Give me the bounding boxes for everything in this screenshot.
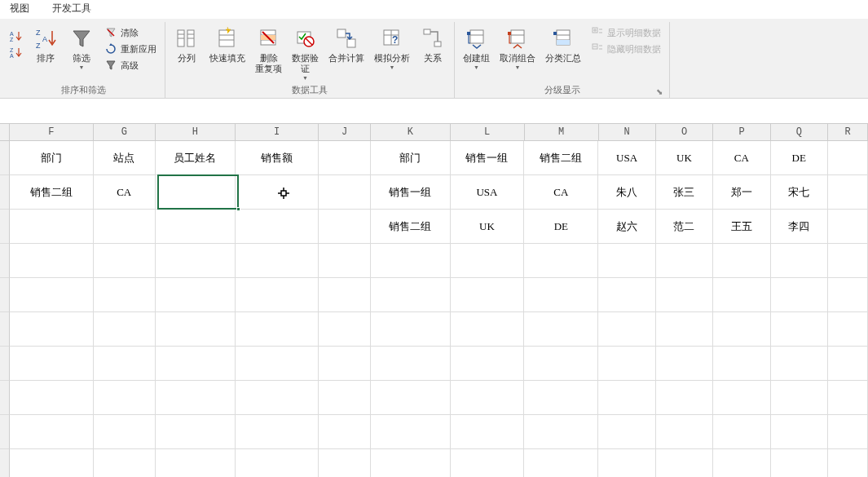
- cell[interactable]: [319, 449, 371, 477]
- clear-filter-button[interactable]: 清除: [101, 25, 160, 40]
- col-header[interactable]: R: [828, 124, 868, 140]
- cell[interactable]: [524, 312, 598, 347]
- cell[interactable]: [10, 449, 94, 477]
- cell[interactable]: [10, 347, 94, 381]
- cell[interactable]: [156, 381, 236, 415]
- cell[interactable]: [598, 381, 655, 415]
- cell[interactable]: [656, 244, 713, 278]
- cell[interactable]: [156, 347, 236, 381]
- cell[interactable]: [828, 449, 868, 477]
- cell[interactable]: [451, 312, 525, 347]
- text-to-columns-button[interactable]: 分列: [170, 24, 203, 65]
- cell[interactable]: [828, 175, 868, 210]
- cell[interactable]: [10, 415, 94, 449]
- cell[interactable]: [371, 244, 451, 278]
- cell[interactable]: [156, 210, 236, 244]
- col-header[interactable]: M: [525, 124, 599, 140]
- cell[interactable]: DE: [524, 210, 598, 244]
- what-if-button[interactable]: ? 模拟分析 ▼: [371, 24, 413, 72]
- col-header[interactable]: P: [713, 124, 770, 140]
- cell[interactable]: 王五: [713, 210, 770, 244]
- cell[interactable]: [156, 244, 236, 278]
- flash-fill-button[interactable]: 快速填充: [206, 24, 249, 65]
- cell[interactable]: [371, 449, 451, 477]
- cell[interactable]: 销售二组: [10, 175, 94, 210]
- cell[interactable]: [236, 449, 319, 477]
- cell[interactable]: [656, 347, 713, 381]
- cell[interactable]: [371, 347, 451, 381]
- cell[interactable]: [771, 244, 828, 278]
- cell[interactable]: [94, 210, 156, 244]
- cell[interactable]: [10, 244, 94, 278]
- advanced-filter-button[interactable]: 高级: [101, 58, 160, 73]
- cell[interactable]: 销售二组: [524, 141, 598, 175]
- cell[interactable]: 宋七: [771, 175, 828, 210]
- cell[interactable]: 张三: [656, 175, 713, 210]
- cell[interactable]: [371, 415, 451, 449]
- col-header[interactable]: I: [236, 124, 319, 140]
- cell[interactable]: 销售额: [236, 141, 319, 175]
- cell[interactable]: [319, 312, 371, 347]
- cell[interactable]: [598, 312, 655, 347]
- cell[interactable]: [713, 278, 770, 312]
- cell[interactable]: [828, 415, 868, 449]
- cell[interactable]: [771, 347, 828, 381]
- cell[interactable]: [319, 244, 371, 278]
- cell[interactable]: [451, 449, 525, 477]
- cell[interactable]: [236, 244, 319, 278]
- cell[interactable]: [713, 244, 770, 278]
- cell[interactable]: [524, 381, 598, 415]
- cell[interactable]: 部门: [10, 141, 94, 175]
- col-header[interactable]: F: [10, 124, 94, 140]
- spreadsheet-grid[interactable]: F G H I J K L M N O P Q R 部门 站点 员工姓名 销售额…: [0, 123, 868, 477]
- data-validation-button[interactable]: 数据验 证 ▼: [289, 24, 322, 82]
- cell[interactable]: [828, 347, 868, 381]
- consolidate-button[interactable]: 合并计算: [325, 24, 368, 65]
- cell[interactable]: CA: [94, 175, 156, 210]
- cell[interactable]: [451, 244, 525, 278]
- cell[interactable]: 销售二组: [371, 210, 451, 244]
- cell[interactable]: [598, 347, 655, 381]
- cell[interactable]: 销售一组: [371, 175, 451, 210]
- cell[interactable]: [94, 449, 156, 477]
- cell[interactable]: [319, 347, 371, 381]
- cell[interactable]: [713, 347, 770, 381]
- sort-asc-button[interactable]: AZ: [7, 29, 26, 43]
- cell[interactable]: [656, 449, 713, 477]
- col-header[interactable]: O: [656, 124, 713, 140]
- ungroup-button[interactable]: 取消组合 ▼: [496, 24, 539, 72]
- reapply-button[interactable]: 重新应用: [101, 42, 160, 56]
- cell[interactable]: [156, 415, 236, 449]
- cell[interactable]: [236, 381, 319, 415]
- cell[interactable]: 销售一组: [451, 141, 525, 175]
- remove-duplicates-button[interactable]: 删除 重复项: [252, 24, 285, 76]
- cell[interactable]: [156, 312, 236, 347]
- cell[interactable]: UK: [656, 141, 713, 175]
- col-header[interactable]: Q: [771, 124, 828, 140]
- cell[interactable]: [236, 312, 319, 347]
- sort-button[interactable]: ZAZ 排序: [29, 24, 62, 65]
- cell[interactable]: [10, 381, 94, 415]
- cell[interactable]: [451, 415, 525, 449]
- cell[interactable]: 范二: [656, 210, 713, 244]
- cell[interactable]: [156, 278, 236, 312]
- cell[interactable]: [94, 381, 156, 415]
- cell[interactable]: [94, 347, 156, 381]
- col-header[interactable]: G: [94, 124, 156, 140]
- cell[interactable]: 站点: [94, 141, 156, 175]
- cell[interactable]: 郑一: [713, 175, 770, 210]
- cell[interactable]: 部门: [371, 141, 451, 175]
- cell[interactable]: [371, 278, 451, 312]
- cell[interactable]: [10, 278, 94, 312]
- cell[interactable]: [598, 278, 655, 312]
- cell[interactable]: [10, 210, 94, 244]
- cell[interactable]: [10, 312, 94, 347]
- cell[interactable]: [319, 141, 371, 175]
- cell[interactable]: [598, 244, 655, 278]
- cell[interactable]: [94, 415, 156, 449]
- cell[interactable]: [236, 175, 319, 210]
- cell[interactable]: [94, 312, 156, 347]
- cell[interactable]: [598, 449, 655, 477]
- cell[interactable]: [771, 312, 828, 347]
- cell[interactable]: CA: [524, 175, 598, 210]
